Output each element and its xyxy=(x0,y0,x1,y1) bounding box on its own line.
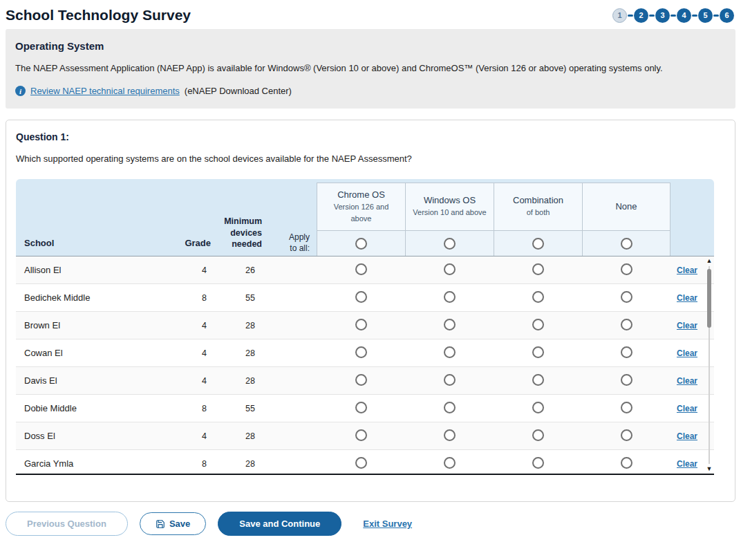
radio-none[interactable] xyxy=(621,319,632,330)
scrollbar-track[interactable] xyxy=(709,266,710,464)
radio-windows-os[interactable] xyxy=(444,291,456,303)
radio-combination[interactable] xyxy=(532,291,544,303)
col-header-none: None xyxy=(582,183,670,230)
clear-row-link[interactable]: Clear xyxy=(677,321,697,330)
apply-all-radio-combination[interactable] xyxy=(532,238,544,250)
option-subtitle: Version 10 and above xyxy=(413,207,486,218)
school-name: Allison El xyxy=(16,265,154,275)
previous-question-button[interactable]: Previous Question xyxy=(6,512,128,536)
table-row: Allison El 4 26 Clear xyxy=(16,256,714,284)
table-body: Allison El 4 26 Clear Bedichek Middle 8 … xyxy=(16,256,714,475)
radio-none[interactable] xyxy=(621,402,632,413)
clear-row-link[interactable]: Clear xyxy=(677,348,697,358)
scrollbar-thumb[interactable] xyxy=(707,269,711,328)
radio-combination[interactable] xyxy=(532,346,544,358)
table-scrollbar[interactable]: ▲ ▼ xyxy=(704,258,714,472)
radio-chrome-os[interactable] xyxy=(355,429,367,441)
radio-combination[interactable] xyxy=(532,374,544,386)
radio-chrome-os[interactable] xyxy=(355,346,367,358)
question-text: Which supported operating systems are on… xyxy=(16,153,725,164)
radio-chrome-os[interactable] xyxy=(355,319,367,330)
question-card: Question 1: Which supported operating sy… xyxy=(6,120,735,502)
save-button-label: Save xyxy=(169,519,190,529)
devices-value: 28 xyxy=(245,376,265,386)
radio-none[interactable] xyxy=(621,457,632,469)
save-icon xyxy=(156,519,165,529)
radio-combination[interactable] xyxy=(532,457,544,469)
radio-combination[interactable] xyxy=(532,402,544,413)
clear-row-link[interactable]: Clear xyxy=(677,293,697,303)
radio-windows-os[interactable] xyxy=(444,374,456,386)
radio-combination[interactable] xyxy=(532,319,544,330)
radio-combination[interactable] xyxy=(532,429,544,441)
step-6[interactable]: 6 xyxy=(720,8,734,23)
radio-windows-os[interactable] xyxy=(444,263,456,275)
clear-row-link[interactable]: Clear xyxy=(677,265,697,275)
school-name: Garcia Ymla xyxy=(16,458,154,469)
apply-all-radio-chrome-os[interactable] xyxy=(355,238,367,250)
devices-value: 28 xyxy=(245,321,265,330)
apply-to-all-label: Apply to all: xyxy=(281,232,317,254)
radio-windows-os[interactable] xyxy=(444,429,456,441)
option-subtitle: Version 126 and above xyxy=(328,201,394,224)
col-header-devices: Minimum devices needed xyxy=(216,216,265,256)
devices-value: 55 xyxy=(245,293,265,303)
clear-row-link[interactable]: Clear xyxy=(677,431,697,441)
radio-none[interactable] xyxy=(621,263,632,275)
save-button[interactable]: Save xyxy=(140,512,206,535)
devices-value: 28 xyxy=(245,431,265,441)
school-name: Brown El xyxy=(16,320,154,330)
option-title: None xyxy=(615,201,637,212)
scroll-up-icon[interactable]: ▲ xyxy=(706,258,713,264)
table-row: Davis El 4 28 Clear xyxy=(16,367,714,395)
radio-windows-os[interactable] xyxy=(444,402,456,413)
radio-chrome-os[interactable] xyxy=(355,457,367,469)
grade-value: 8 xyxy=(202,293,216,303)
devices-value: 26 xyxy=(245,265,265,275)
radio-combination[interactable] xyxy=(532,263,544,275)
save-and-continue-button[interactable]: Save and Continue xyxy=(218,512,341,536)
step-3[interactable]: 3 xyxy=(655,8,670,23)
table-row: Bedichek Middle 8 55 Clear xyxy=(16,284,714,312)
scroll-down-icon[interactable]: ▼ xyxy=(706,466,713,472)
clear-row-link[interactable]: Clear xyxy=(677,459,697,469)
clear-row-link[interactable]: Clear xyxy=(677,376,697,386)
step-2[interactable]: 2 xyxy=(634,8,648,23)
radio-chrome-os[interactable] xyxy=(355,402,367,413)
clear-row-link[interactable]: Clear xyxy=(677,404,697,413)
col-header-combination: Combination of both xyxy=(494,183,582,230)
table-row: Doss El 4 28 Clear xyxy=(16,422,714,450)
radio-windows-os[interactable] xyxy=(444,457,456,469)
radio-chrome-os[interactable] xyxy=(355,291,367,303)
radio-chrome-os[interactable] xyxy=(355,374,367,386)
col-header-windows-os: Windows OS Version 10 and above xyxy=(405,183,494,230)
radio-chrome-os[interactable] xyxy=(355,263,367,275)
radio-none[interactable] xyxy=(621,374,632,386)
school-name: Bedichek Middle xyxy=(16,292,154,303)
radio-windows-os[interactable] xyxy=(444,319,456,330)
naep-requirements-link[interactable]: Review NAEP technical requirements xyxy=(30,86,180,96)
grade-value: 4 xyxy=(202,265,216,275)
col-header-school: School xyxy=(16,238,154,256)
step-1[interactable]: 1 xyxy=(612,8,627,23)
col-header-grade: Grade xyxy=(185,238,216,256)
apply-all-radio-windows-os[interactable] xyxy=(444,238,456,250)
table-row: Cowan El 4 28 Clear xyxy=(16,339,714,367)
step-4[interactable]: 4 xyxy=(677,8,691,23)
option-title: Windows OS xyxy=(424,195,476,205)
radio-none[interactable] xyxy=(621,429,632,441)
exit-survey-link[interactable]: Exit Survey xyxy=(363,519,412,529)
radio-windows-os[interactable] xyxy=(444,346,456,358)
school-name: Davis El xyxy=(16,375,154,386)
grade-value: 4 xyxy=(202,348,216,358)
table-header: School Grade Minimum devices needed Appl… xyxy=(16,179,714,256)
apply-all-radio-none[interactable] xyxy=(621,238,632,250)
option-title: Combination xyxy=(513,195,563,205)
radio-none[interactable] xyxy=(621,346,632,358)
grade-value: 4 xyxy=(202,376,216,386)
grade-value: 8 xyxy=(202,459,216,469)
step-5[interactable]: 5 xyxy=(698,8,713,23)
apply-all-cell-combination xyxy=(494,230,582,256)
radio-none[interactable] xyxy=(621,291,632,303)
step-connector xyxy=(649,15,655,17)
